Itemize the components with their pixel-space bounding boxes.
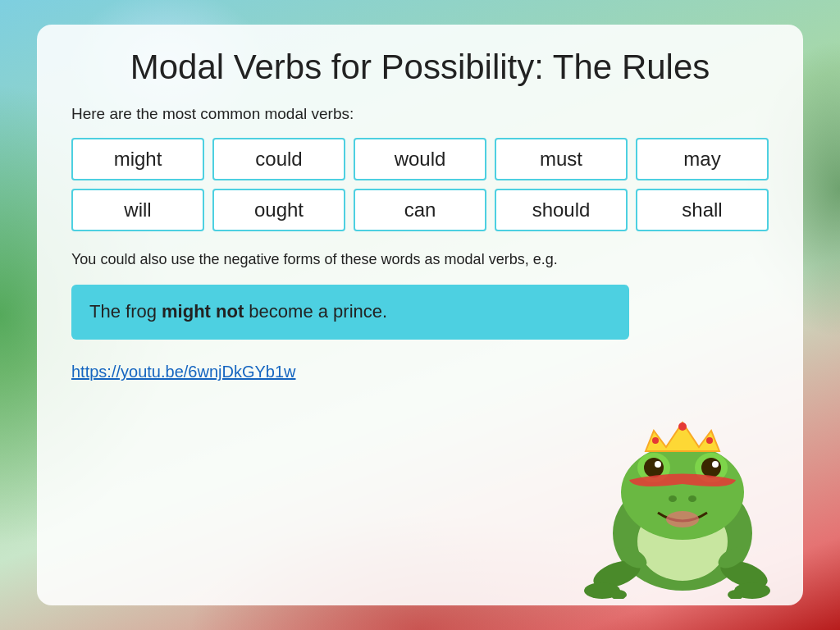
- verb-would: would: [354, 138, 486, 180]
- svg-point-14: [701, 458, 721, 477]
- verb-shall: shall: [636, 189, 769, 231]
- link-row: https://youtu.be/6wnjDkGYb1w: [71, 363, 769, 381]
- modal-verbs-grid: might could would must may will ought ca…: [71, 138, 769, 231]
- verb-might: might: [71, 138, 204, 180]
- verb-ought: ought: [212, 189, 345, 231]
- intro-text: Here are the most common modal verbs:: [71, 105, 769, 123]
- svg-point-20: [706, 437, 713, 444]
- svg-point-21: [666, 511, 699, 527]
- example-bold: might not: [162, 301, 244, 322]
- verb-must: must: [495, 138, 628, 180]
- svg-point-18: [678, 422, 687, 431]
- example-suffix: become a prince.: [244, 301, 387, 322]
- svg-point-15: [655, 461, 661, 468]
- svg-point-13: [644, 458, 664, 477]
- verb-may: may: [636, 138, 769, 180]
- page-title: Modal Verbs for Possibility: The Rules: [71, 48, 769, 87]
- note-text: You could also use the negative forms of…: [71, 249, 769, 270]
- frog-illustration: [568, 386, 797, 599]
- svg-point-23: [688, 495, 696, 502]
- svg-point-19: [652, 437, 659, 444]
- youtube-link[interactable]: https://youtu.be/6wnjDkGYb1w: [71, 363, 295, 381]
- verb-will: will: [71, 189, 204, 231]
- example-banner: The frog might not become a prince.: [71, 285, 629, 340]
- svg-point-16: [712, 461, 719, 468]
- example-prefix: The frog: [89, 301, 162, 322]
- svg-point-22: [669, 495, 677, 502]
- verb-can: can: [354, 189, 486, 231]
- verb-should: should: [495, 189, 628, 231]
- verb-could: could: [212, 138, 345, 180]
